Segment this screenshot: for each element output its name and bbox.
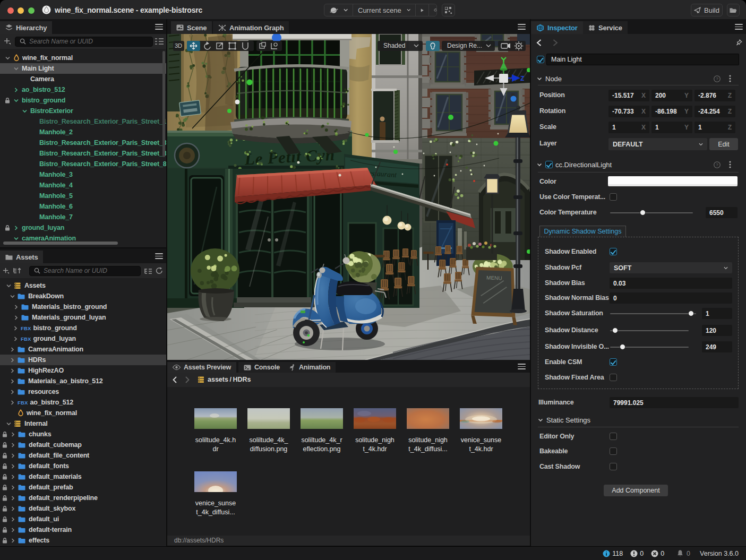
svg-text:Z: Z xyxy=(520,75,524,82)
svg-text:MENU: MENU xyxy=(486,275,502,281)
svg-text:Design Re...: Design Re... xyxy=(447,42,482,49)
svg-text:Shaded: Shaded xyxy=(383,42,405,49)
svg-text:?: ? xyxy=(716,162,718,167)
svg-text:?: ? xyxy=(716,76,718,81)
svg-text:3D: 3D xyxy=(175,42,182,49)
